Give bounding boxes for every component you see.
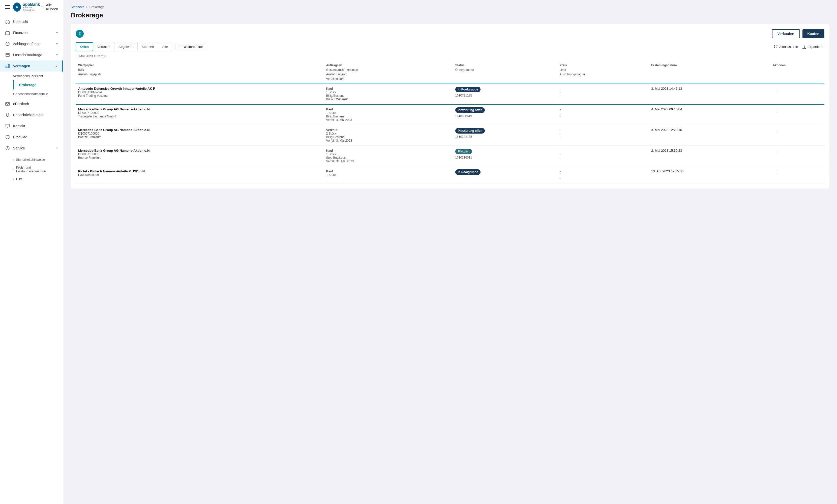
svg-point-18: [7, 149, 8, 149]
more-actions-button[interactable]: ⋮: [773, 86, 781, 93]
cell-wertpapier-1: Mercedes-Benz Group AG Namens-Aktien o.N…: [76, 104, 324, 125]
sidebar-item-ubersicht[interactable]: Übersicht: [0, 16, 63, 27]
chevron-right-icon: ›: [13, 158, 14, 161]
cell-preis-4: - - -: [557, 166, 649, 183]
brand-tagline: Bank der Gesundheit: [23, 6, 41, 12]
cell-status-0: In Poolgruppe 1610731125: [453, 84, 557, 104]
table-row[interactable]: Mercedes-Benz Group AG Namens-Aktien o.N…: [76, 104, 824, 125]
sidebar-item-epostkorb[interactable]: ePostkorb: [0, 98, 63, 109]
sidebar-item-produkte[interactable]: Produkte: [0, 131, 63, 143]
more-actions-button[interactable]: ⋮: [773, 127, 781, 134]
brokerage-label: Brokerage: [19, 83, 36, 87]
cell-aktionen-2: ⋮: [770, 125, 824, 146]
cell-wertpapier-4: Pictet - Biotech Namens-Anteile P USD o.…: [76, 166, 324, 183]
hamburger-menu[interactable]: [5, 5, 10, 9]
col-header-auftrag: Auftragsart Gesamtstück/-nominale Ausfüh…: [324, 61, 453, 84]
cell-status-4: In Poolgruppe: [453, 166, 557, 183]
benachrichtigungen-label: Benachrichtigungen: [13, 113, 44, 117]
alle-kunden-label: Alle Kunden: [46, 3, 59, 11]
more-actions-button[interactable]: ⋮: [773, 107, 781, 114]
status-badge: In Poolgruppe: [455, 169, 481, 175]
status-badge: Platzierung offen: [455, 128, 485, 133]
sidebar-item-zahlungsauftrage[interactable]: Zahlungsaufträge ▾: [0, 38, 63, 49]
svg-rect-9: [6, 53, 9, 56]
table-body: Antecedo Defensive Growth Inhaber-Anteil…: [76, 84, 824, 183]
payment-icon: [5, 41, 10, 47]
table-row[interactable]: Mercedes-Benz Group AG Namens-Aktien o.N…: [76, 146, 824, 166]
cell-aktionen-4: ⋮: [770, 166, 824, 183]
cell-aktionen-0: ⋮: [770, 84, 824, 104]
svg-rect-7: [5, 32, 10, 35]
chevron-up-icon: ▴: [55, 64, 57, 68]
table-row[interactable]: Pictet - Biotech Namens-Anteile P USD o.…: [76, 166, 824, 183]
chevron-right-icon-3: ›: [13, 178, 14, 181]
cell-erstellungsdatum-4: 13. Apr 2023 09:15:00: [649, 166, 770, 183]
sidebar-item-hilfe[interactable]: › Hilfe: [0, 175, 63, 183]
genossenschaftsanteile-label-item[interactable]: Genossenschaftsanteile: [13, 89, 63, 98]
sidebar-item-preis-leistung[interactable]: › Preis- und Leistungsverzeichnis: [0, 164, 63, 175]
sidebar-item-kontakt[interactable]: Kontakt: [0, 121, 63, 131]
table-row[interactable]: Antecedo Defensive Growth Inhaber-Anteil…: [76, 84, 824, 104]
cell-wertpapier-2: Mercedes-Benz Group AG Namens-Aktien o.N…: [76, 125, 324, 146]
sidebar-item-label-finanzen: Finanzen: [13, 31, 28, 35]
sidebar-item-sicherheitshinweise[interactable]: › Sicherheitshinweise: [0, 156, 63, 164]
mail-icon: [5, 101, 10, 106]
vermogen-submenu: Vermögensübersicht Brokerage: [0, 72, 63, 89]
col-header-status: Status Ordernummer: [453, 61, 557, 84]
sidebar-item-service[interactable]: Service ▾: [0, 143, 63, 154]
sidebar-item-brokerage[interactable]: Brokerage: [13, 80, 63, 89]
logo: a apoBank Bank der Gesundheit: [13, 2, 41, 12]
service-submenu: › Sicherheitshinweise › Preis- und Leist…: [0, 154, 63, 185]
sidebar-item-label-lastschrift: Lastschriftaufträge: [13, 53, 42, 57]
tab-abgelehnt[interactable]: Abgelehnt: [114, 42, 138, 51]
kaufen-button[interactable]: Kaufen: [802, 29, 824, 38]
chevron-right-icon-2: ›: [13, 168, 14, 171]
home-icon: [5, 19, 10, 24]
cell-preis-3: - - -: [557, 146, 649, 166]
exportieren-button[interactable]: Exportieren: [802, 45, 824, 49]
logo-text: apoBank Bank der Gesundheit: [23, 2, 41, 12]
col-header-aktionen: Aktionen: [770, 61, 824, 84]
table-row[interactable]: Mercedes-Benz Group AG Namens-Aktien o.N…: [76, 125, 824, 146]
aktualisieren-button[interactable]: Aktualisieren: [774, 45, 798, 49]
service-icon: [5, 146, 10, 151]
filter-row: Offen Verbucht Abgelehnt Storniert: [76, 42, 824, 51]
breadcrumb-home[interactable]: Startseite: [71, 5, 85, 9]
aktualisieren-label: Aktualisieren: [779, 45, 798, 49]
cell-preis-1: - - -: [557, 104, 649, 125]
tab-alle[interactable]: Alle: [158, 42, 172, 51]
sidebar-item-vermogen[interactable]: Vermögen ▴: [0, 60, 63, 72]
tab-verbucht[interactable]: Verbucht: [93, 42, 114, 51]
tab-storniert[interactable]: Storniert: [138, 42, 158, 51]
finance-icon: [5, 30, 10, 35]
genossenschaftsanteile-item[interactable]: Genossenschaftsanteile: [0, 89, 63, 98]
preis-leistung-label: Preis- und Leistungsverzeichnis: [16, 165, 58, 173]
more-actions-button[interactable]: ⋮: [773, 148, 781, 155]
sidebar-item-lastschrift[interactable]: Lastschriftaufträge ▾: [0, 49, 63, 60]
sidebar-item-vermogensubersicht[interactable]: Vermögensübersicht: [13, 72, 63, 80]
export-icon: [802, 45, 806, 49]
cell-auftragsart-2: Verkauf 2 Stück Billig/Bestens Verfall: …: [324, 125, 453, 146]
filter-actions: Aktualisieren Exportieren: [774, 45, 824, 49]
sidebar-item-label-vermogen: Vermögen: [13, 64, 30, 68]
weitere-filter-button[interactable]: Weitere Filter: [175, 43, 206, 50]
sidebar-item-finanzen[interactable]: Finanzen ▾: [0, 27, 63, 38]
chevron-down-icon: ▾: [56, 31, 58, 35]
more-actions-button[interactable]: ⋮: [773, 168, 781, 176]
direct-debit-icon: [5, 52, 10, 57]
col-header-preis: Preis Limit Ausführungsdatum: [557, 61, 649, 84]
tab-offen[interactable]: Offen: [76, 42, 93, 51]
alle-kunden-button[interactable]: Alle Kunden: [41, 3, 59, 11]
cell-erstellungsdatum-0: 3. Mai 2023 14:46:13: [649, 84, 770, 104]
cell-aktionen-3: ⋮: [770, 146, 824, 166]
cell-wertpapier-3: Mercedes-Benz Group AG Namens-Aktien o.N…: [76, 146, 324, 166]
sidebar-item-label-zahlung: Zahlungsaufträge: [13, 42, 40, 46]
status-badge: In Poolgruppe: [455, 87, 481, 92]
exportieren-label: Exportieren: [808, 45, 824, 49]
verkaufen-button[interactable]: Verkaufen: [772, 29, 800, 38]
filter-lines-icon: [178, 45, 182, 49]
sidebar-item-benachrichtigungen[interactable]: Benachrichtigungen: [0, 109, 63, 121]
cell-status-1: Platzierung offen 1610900649: [453, 104, 557, 125]
status-badge: Platziert: [455, 149, 472, 154]
products-icon: [5, 134, 10, 140]
